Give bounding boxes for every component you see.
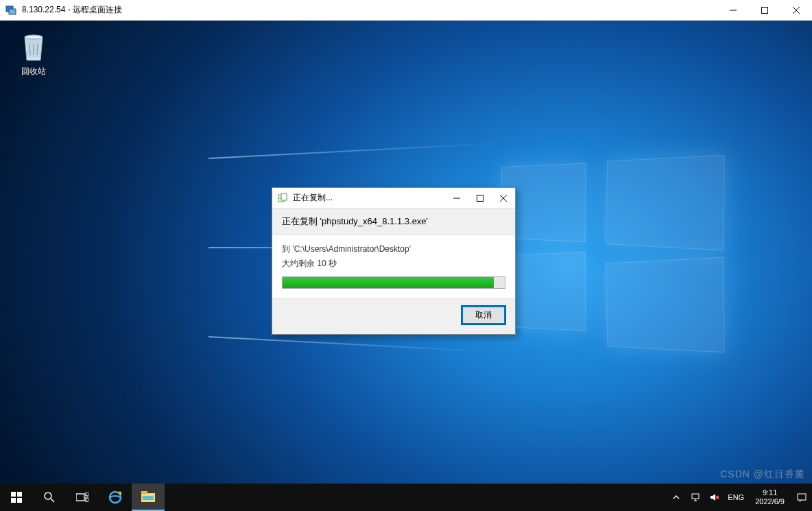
svg-rect-1 <box>9 9 16 14</box>
tray-notifications-icon[interactable] <box>796 492 808 502</box>
svg-rect-3 <box>762 7 768 13</box>
svg-rect-13 <box>11 492 16 497</box>
svg-rect-16 <box>17 498 22 503</box>
svg-rect-26 <box>692 494 699 499</box>
taskbar-ie-button[interactable] <box>99 484 132 511</box>
recycle-bin-label: 回收站 <box>8 66 59 78</box>
tray-network-icon[interactable] <box>689 493 702 501</box>
svg-point-6 <box>25 35 43 39</box>
copy-progress-dialog: 正在复制... 正在复制 'phpstudy_x64_8.1.1.3.exe' … <box>272 187 516 335</box>
dialog-header: 正在复制 'phpstudy_x64_8.1.1.3.exe' <box>272 209 515 235</box>
copy-destination: 到 'C:\Users\Administrator\Desktop' <box>282 243 505 255</box>
rdp-icon <box>5 5 16 16</box>
dialog-close-button[interactable] <box>492 188 515 209</box>
search-button[interactable] <box>33 484 66 511</box>
system-tray: ENG 9:11 2022/6/9 <box>670 484 812 511</box>
recycle-bin-icon <box>19 29 48 63</box>
svg-rect-14 <box>17 492 22 497</box>
svg-rect-21 <box>86 498 88 501</box>
minimize-button[interactable] <box>717 0 749 21</box>
start-button[interactable] <box>0 484 33 511</box>
dialog-body: 到 'C:\Users\Administrator\Desktop' 大约剩余 … <box>272 235 515 298</box>
close-button[interactable] <box>780 0 812 21</box>
tray-time: 9:11 <box>755 488 785 497</box>
svg-rect-19 <box>76 494 84 501</box>
rdp-window-titlebar: 8.130.22.54 - 远程桌面连接 <box>0 0 812 21</box>
tray-volume-icon[interactable] <box>708 493 721 501</box>
recycle-bin-desktop-icon[interactable]: 回收站 <box>8 29 59 78</box>
rdp-window-title: 8.130.22.54 - 远程桌面连接 <box>22 4 717 16</box>
maximize-button[interactable] <box>749 0 780 21</box>
copy-dialog-icon <box>278 193 289 204</box>
svg-rect-24 <box>141 491 147 494</box>
dialog-titlebar[interactable]: 正在复制... <box>272 188 515 209</box>
window-controls <box>717 0 812 21</box>
copy-eta: 大约剩余 10 秒 <box>282 258 505 270</box>
svg-rect-25 <box>143 496 154 500</box>
svg-rect-31 <box>798 494 806 500</box>
cancel-button[interactable]: 取消 <box>462 306 505 324</box>
dialog-minimize-button[interactable] <box>445 188 468 209</box>
svg-rect-20 <box>86 492 88 496</box>
dialog-footer: 取消 <box>272 298 515 334</box>
svg-line-18 <box>51 499 54 502</box>
dialog-title: 正在复制... <box>293 192 445 204</box>
svg-point-17 <box>45 492 51 499</box>
svg-rect-15 <box>11 498 16 503</box>
watermark: CSDN @红目香薰 <box>720 468 805 481</box>
dialog-maximize-button[interactable] <box>468 188 492 209</box>
taskbar: ENG 9:11 2022/6/9 <box>0 484 812 511</box>
svg-rect-10 <box>477 195 483 201</box>
tray-date: 2022/6/9 <box>755 497 785 506</box>
tray-ime-indicator[interactable]: ENG <box>728 493 744 501</box>
progress-fill <box>283 277 494 288</box>
progress-bar <box>282 276 505 289</box>
tray-chevron-icon[interactable] <box>670 494 682 501</box>
svg-rect-8 <box>281 193 287 200</box>
tray-clock[interactable]: 9:11 2022/6/9 <box>751 488 789 506</box>
task-view-button[interactable] <box>66 484 99 511</box>
remote-desktop: 回收站 正在复制... 正在复制 'phpstudy_x64_8.1.1.3.e… <box>0 21 812 511</box>
taskbar-explorer-button[interactable] <box>132 484 165 511</box>
